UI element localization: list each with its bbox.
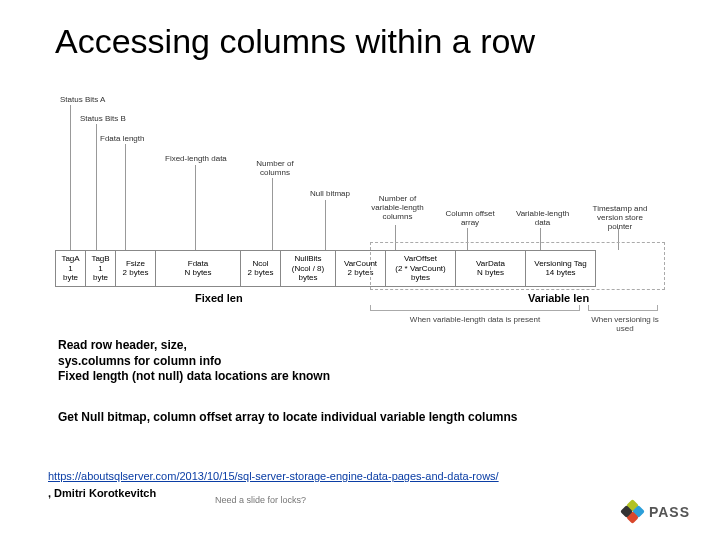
connector-line: [96, 124, 97, 250]
connector-line: [395, 225, 396, 250]
col-name: NullBits: [285, 254, 331, 264]
col-size: 1 byte: [90, 264, 111, 283]
page-title: Accessing columns within a row: [55, 22, 535, 61]
col-size: (Ncol / 8) bytes: [285, 264, 331, 283]
col-size: 1 byte: [60, 264, 81, 283]
label-num-var-cols: Number of variable-length columns: [370, 195, 425, 221]
group-variable-label: Variable len: [528, 292, 589, 304]
connector-line: [325, 200, 326, 250]
col-name: Ncol: [245, 259, 276, 269]
author-text: , Dmitri Korotkevitch: [48, 487, 156, 499]
label-null-bitmap: Null bitmap: [310, 190, 350, 199]
para1-line2: sys.columns for column info: [58, 354, 330, 370]
col-name: Fdata: [160, 259, 236, 269]
row-structure-table: TagA1 byte TagB1 byte Fsize2 bytes Fdata…: [55, 250, 596, 287]
pass-logo: PASS: [623, 502, 690, 522]
pass-logo-text: PASS: [649, 504, 690, 520]
col-size: 2 bytes: [245, 268, 276, 278]
col-name: TagB: [90, 254, 111, 264]
para1-line1: Read row header, size,: [58, 338, 330, 354]
note-versioning: When versioning is used: [590, 316, 660, 334]
col-size: N bytes: [460, 268, 521, 278]
connector-line: [125, 144, 126, 250]
paragraph-2: Get Null bitmap, column offset array to …: [58, 410, 658, 426]
col-name: TagA: [60, 254, 81, 264]
col-name: Versioning Tag: [530, 259, 591, 269]
label-status-a: Status Bits A: [60, 96, 105, 105]
label-timestamp: Timestamp and version store pointer: [590, 205, 650, 231]
col-size: N bytes: [160, 268, 236, 278]
label-num-cols: Number of columns: [255, 160, 295, 178]
connector-line: [618, 228, 619, 250]
connector-line: [195, 165, 196, 250]
col-size: 14 bytes: [530, 268, 591, 278]
para1-line3: Fixed length (not null) data locations a…: [58, 369, 330, 385]
col-size: 2 bytes: [120, 268, 151, 278]
connector-line: [70, 105, 71, 250]
group-fixed-label: Fixed len: [195, 292, 243, 304]
footer-note: Need a slide for locks?: [215, 495, 306, 505]
col-name: VarData: [460, 259, 521, 269]
source-link[interactable]: https://aboutsqlserver.com/2013/10/15/sq…: [48, 470, 499, 482]
connector-line: [272, 178, 273, 250]
label-var-data: Variable-length data: [515, 210, 570, 228]
label-status-b: Status Bits B: [80, 115, 126, 124]
label-col-offset: Column offset array: [445, 210, 495, 228]
brace-versioning: [588, 305, 658, 311]
connector-line: [540, 228, 541, 250]
label-fdata-len: Fdata length: [100, 135, 144, 144]
col-name: VarCount: [340, 259, 381, 269]
col-name: Fsize: [120, 259, 151, 269]
pass-logo-icon: [623, 502, 643, 522]
label-fixed-data: Fixed-length data: [165, 155, 227, 164]
paragraph-1: Read row header, size, sys.columns for c…: [58, 338, 330, 385]
connector-line: [467, 228, 468, 250]
col-name: VarOffset: [390, 254, 451, 264]
brace-var-present: [370, 305, 580, 311]
note-var-present: When variable-length data is present: [395, 316, 555, 325]
col-size: 2 bytes: [340, 268, 381, 278]
col-size: (2 * VarCount) bytes: [390, 264, 451, 283]
